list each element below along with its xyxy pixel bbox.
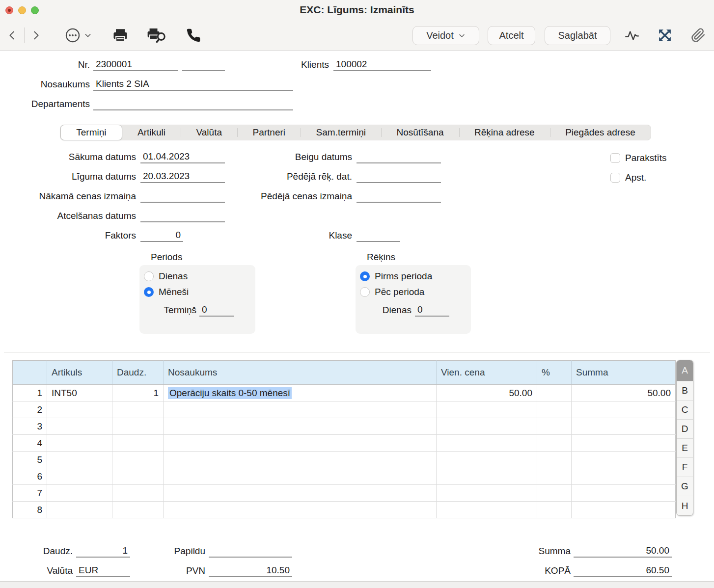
saglabat-button[interactable]: Saglabāt: [545, 26, 610, 45]
cell-daudz[interactable]: [112, 502, 164, 518]
pedeja-rek-dat-field[interactable]: [357, 170, 441, 183]
cell-vien_cena[interactable]: [437, 401, 537, 418]
atcelt-button[interactable]: Atcelt: [488, 26, 535, 45]
tab-nos-t-ana[interactable]: Nosūtīšana: [381, 125, 459, 140]
cell-summa[interactable]: [572, 452, 676, 468]
klients-field[interactable]: 100002: [333, 58, 431, 71]
beigu-datums-field[interactable]: [357, 151, 441, 163]
cell-nosaukums[interactable]: Operāciju skaits 0-50 mēnesī: [164, 385, 437, 401]
cell-daudz[interactable]: [112, 401, 164, 418]
cell-summa[interactable]: [572, 435, 676, 452]
tab-r-ina-adrese[interactable]: Rēķina adrese: [459, 125, 550, 140]
cell-summa[interactable]: 50.00: [572, 385, 676, 401]
cell-pct[interactable]: [537, 435, 572, 452]
cell-artikuls[interactable]: [47, 418, 112, 435]
parakstits-checkbox[interactable]: [610, 153, 620, 163]
cell-pct[interactable]: [537, 418, 572, 435]
sakuma-datums-field[interactable]: 01.04.2023: [140, 151, 225, 163]
cell-summa[interactable]: [572, 468, 676, 485]
nr-secondary-field[interactable]: [182, 58, 225, 71]
cell-summa[interactable]: [572, 485, 676, 502]
cell-artikuls[interactable]: [47, 485, 112, 502]
letter-tab-h[interactable]: H: [677, 496, 693, 515]
dienas-radio-label[interactable]: Dienas: [159, 270, 232, 283]
letter-tab-f[interactable]: F: [677, 458, 693, 477]
cell-artikuls[interactable]: [47, 401, 112, 418]
tab-sam-termi-i[interactable]: Sam.termiņi: [301, 125, 381, 140]
footer-daudz-field[interactable]: 1: [76, 545, 130, 558]
pec-perioda-radio-label[interactable]: Pēc perioda: [375, 286, 458, 298]
forward-button[interactable]: [29, 28, 42, 42]
cell-artikuls[interactable]: [47, 435, 112, 452]
menesi-radio[interactable]: [144, 287, 154, 297]
cell-nosaukums[interactable]: [164, 485, 437, 502]
activity-button[interactable]: [624, 28, 640, 42]
cell-vien_cena[interactable]: [437, 418, 537, 435]
cell-daudz[interactable]: [112, 485, 164, 502]
cell-pct[interactable]: [537, 452, 572, 468]
call-button[interactable]: [185, 26, 202, 45]
departaments-field[interactable]: [93, 98, 293, 110]
atcelsanas-datums-field[interactable]: [140, 210, 225, 222]
apst-checkbox[interactable]: [610, 173, 620, 183]
cell-artikuls[interactable]: [47, 502, 112, 518]
letter-tab-e[interactable]: E: [677, 439, 693, 458]
cell-daudz[interactable]: [112, 418, 164, 435]
print-button[interactable]: [111, 26, 130, 45]
pirms-perioda-radio-label[interactable]: Pirms perioda: [375, 270, 458, 283]
letter-tab-d[interactable]: D: [677, 420, 693, 439]
dienas-radio[interactable]: [144, 271, 154, 281]
cell-vien_cena[interactable]: [437, 435, 537, 452]
cell-nosaukums[interactable]: [164, 418, 437, 435]
more-actions-dropdown[interactable]: [62, 27, 94, 44]
cell-pct[interactable]: [537, 502, 572, 518]
cell-nosaukums[interactable]: [164, 502, 437, 518]
letter-tab-g[interactable]: G: [677, 477, 693, 496]
footer-papildu-field[interactable]: [209, 545, 292, 558]
tab-termi-i[interactable]: Termiņi: [60, 125, 122, 140]
letter-tab-a[interactable]: A: [677, 360, 693, 381]
veidot-dropdown-button[interactable]: Veidot: [412, 26, 479, 45]
cell-vien_cena[interactable]: 50.00: [437, 385, 537, 401]
expand-button[interactable]: [657, 27, 673, 43]
tab-partneri[interactable]: Partneri: [237, 125, 301, 140]
pec-perioda-radio[interactable]: [360, 287, 370, 297]
cell-artikuls[interactable]: [47, 452, 112, 468]
cell-nosaukums[interactable]: [164, 435, 437, 452]
cell-summa[interactable]: [572, 401, 676, 418]
cell-daudz[interactable]: [112, 468, 164, 485]
letter-tab-b[interactable]: B: [677, 381, 693, 401]
rekins-dienas-field[interactable]: 0: [415, 304, 449, 317]
cell-vien_cena[interactable]: [437, 452, 537, 468]
cell-nosaukums[interactable]: [164, 468, 437, 485]
footer-valuta-field[interactable]: EUR: [76, 564, 130, 577]
cell-pct[interactable]: [537, 401, 572, 418]
cell-pct[interactable]: [537, 385, 572, 401]
cell-pct[interactable]: [537, 485, 572, 502]
klase-field[interactable]: [357, 229, 400, 242]
pedeja-cenas-izmaina-field[interactable]: [357, 190, 441, 203]
cell-daudz[interactable]: [112, 452, 164, 468]
cell-daudz[interactable]: [112, 435, 164, 452]
cell-nosaukums[interactable]: [164, 401, 437, 418]
cell-artikuls[interactable]: INT50: [47, 385, 112, 401]
faktors-field[interactable]: 0: [140, 229, 183, 242]
cell-summa[interactable]: [572, 502, 676, 518]
termins-field[interactable]: 0: [199, 304, 234, 317]
menesi-radio-label[interactable]: Mēneši: [159, 286, 232, 298]
cell-summa[interactable]: [572, 418, 676, 435]
tab-val-ta[interactable]: Valūta: [181, 125, 237, 140]
tab-pieg-des-adrese[interactable]: Piegādes adrese: [550, 125, 651, 140]
pirms-perioda-radio[interactable]: [360, 271, 370, 281]
cell-artikuls[interactable]: [47, 468, 112, 485]
attachments-button[interactable]: [690, 27, 707, 44]
cell-vien_cena[interactable]: [437, 468, 537, 485]
tab-artikuli[interactable]: Artikuli: [122, 125, 181, 140]
nakama-cenas-izmaina-field[interactable]: [140, 190, 225, 203]
cell-vien_cena[interactable]: [437, 502, 537, 518]
liguma-datums-field[interactable]: 20.03.2023: [140, 170, 225, 183]
letter-tab-c[interactable]: C: [677, 401, 693, 420]
nosaukums-field[interactable]: Klients 2 SIA: [93, 78, 293, 91]
cell-nosaukums[interactable]: [164, 452, 437, 468]
nr-field[interactable]: 2300001: [93, 58, 178, 71]
